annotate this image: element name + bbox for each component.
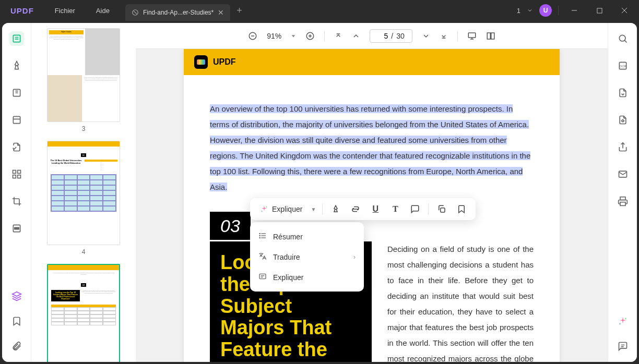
- thumbnail-panel[interactable]: Higher Studies Lorem ipsum dolor sit ame…: [31, 23, 136, 362]
- ai-dropdown-toggle[interactable]: ▼: [309, 207, 318, 212]
- compress-icon[interactable]: [616, 113, 630, 127]
- svg-marker-21: [292, 35, 295, 37]
- chevron-down-icon[interactable]: [527, 7, 533, 14]
- ai-explain-button[interactable]: Expliquer: [255, 204, 306, 214]
- document-tab[interactable]: Find-and-Ap...er-Studies* ✕: [125, 4, 230, 21]
- bookmark-icon[interactable]: [9, 314, 24, 329]
- menu-item-label: Traduire: [273, 253, 300, 261]
- bookmark-selection-button[interactable]: [453, 200, 470, 218]
- menu-file[interactable]: Fichier: [44, 0, 86, 21]
- svg-rect-13: [17, 171, 20, 174]
- brand-logo-icon: [194, 55, 208, 69]
- last-page-button[interactable]: [440, 32, 448, 40]
- page-input[interactable]: [377, 32, 388, 40]
- ai-summarize-item[interactable]: Résumer: [250, 226, 364, 247]
- svg-point-39: [259, 237, 260, 238]
- explain-icon: [258, 272, 267, 282]
- comment-button[interactable]: [406, 200, 424, 218]
- first-page-button[interactable]: [334, 32, 342, 40]
- view-mode-icon[interactable]: [486, 31, 495, 41]
- ai-sparkle-icon: [259, 204, 269, 214]
- edit-page-icon[interactable]: [9, 140, 24, 154]
- svg-rect-31: [491, 33, 494, 39]
- ai-assistant-icon[interactable]: [616, 314, 630, 329]
- tab-title: Find-and-Ap...er-Studies*: [143, 9, 214, 16]
- ai-dropdown-menu: Résumer Traduire › Expliquer: [250, 222, 364, 292]
- add-tab-button[interactable]: +: [236, 5, 242, 16]
- chevron-right-icon: ›: [353, 253, 356, 261]
- comments-panel-icon[interactable]: [616, 339, 630, 354]
- page-indicator[interactable]: / 30: [370, 29, 412, 43]
- svg-rect-17: [14, 227, 18, 229]
- zoom-in-button[interactable]: [305, 31, 315, 41]
- svg-point-38: [259, 235, 260, 236]
- right-tool-rail: OCR: [608, 23, 637, 362]
- redact-icon[interactable]: [9, 221, 24, 236]
- thumb-label: 4: [42, 248, 125, 256]
- doc-header: UPDF: [184, 49, 560, 75]
- thumbnail-page-5[interactable]: An overview of the top universities has …: [42, 264, 125, 362]
- form-icon[interactable]: [9, 113, 24, 127]
- prev-page-button[interactable]: [352, 32, 360, 40]
- organize-icon[interactable]: [9, 167, 24, 181]
- text-style-button[interactable]: T: [386, 200, 404, 218]
- svg-rect-50: [620, 197, 625, 200]
- left-tool-rail: [2, 23, 31, 362]
- menu-help[interactable]: Aide: [86, 0, 120, 21]
- email-icon[interactable]: [616, 167, 630, 181]
- workspace-count[interactable]: 1: [517, 7, 520, 15]
- ai-translate-item[interactable]: Traduire ›: [250, 247, 364, 267]
- highlight-button[interactable]: [327, 200, 345, 218]
- zoom-out-button[interactable]: [248, 31, 257, 41]
- convert-icon[interactable]: [616, 86, 630, 100]
- attachment-icon[interactable]: [9, 339, 24, 354]
- copy-button[interactable]: [433, 200, 451, 218]
- crop-icon[interactable]: [9, 194, 24, 209]
- share-icon[interactable]: [616, 140, 630, 154]
- edit-text-icon[interactable]: [9, 86, 24, 100]
- titlebar: UPDF Fichier Aide Find-and-Ap...er-Studi…: [0, 0, 639, 21]
- selection-toolbar: Expliquer ▼ U T: [250, 198, 476, 220]
- svg-rect-27: [468, 33, 476, 38]
- menu-item-label: Expliquer: [273, 273, 303, 282]
- menu-item-label: Résumer: [273, 233, 303, 241]
- next-page-button[interactable]: [422, 32, 430, 40]
- close-button[interactable]: [615, 0, 634, 21]
- reader-mode-icon[interactable]: [9, 31, 24, 46]
- maximize-button[interactable]: [590, 0, 609, 21]
- presentation-icon[interactable]: [467, 31, 477, 41]
- svg-rect-49: [620, 202, 625, 206]
- section-body-text: Deciding on a field of study is one of t…: [387, 241, 534, 362]
- svg-line-44: [624, 40, 626, 42]
- svg-rect-30: [487, 33, 490, 39]
- brand-text: UPDF: [213, 57, 236, 67]
- svg-point-37: [259, 233, 260, 234]
- search-icon[interactable]: [616, 31, 630, 46]
- svg-rect-10: [13, 116, 20, 123]
- thumbnail-page-4[interactable]: 02 The 10 Best Global Universities Leadi…: [42, 141, 125, 256]
- svg-rect-14: [13, 175, 16, 178]
- svg-rect-12: [13, 171, 16, 174]
- svg-text:OCR: OCR: [619, 65, 626, 68]
- strikethrough-button[interactable]: [347, 200, 364, 218]
- svg-line-1: [134, 11, 137, 14]
- ocr-icon[interactable]: OCR: [616, 58, 630, 73]
- list-icon: [258, 232, 267, 241]
- thumb-label: 3: [42, 125, 125, 132]
- layers-icon[interactable]: [9, 289, 24, 304]
- svg-rect-33: [441, 208, 445, 212]
- zoom-dropdown[interactable]: [291, 33, 296, 39]
- underline-button[interactable]: U: [366, 200, 384, 218]
- ai-explain-item[interactable]: Expliquer: [250, 267, 364, 287]
- user-avatar[interactable]: U: [539, 4, 552, 17]
- selected-text[interactable]: An overview of the top 100 universities …: [210, 104, 530, 191]
- svg-rect-40: [259, 274, 266, 278]
- minimize-button[interactable]: [565, 0, 584, 21]
- highlighter-icon[interactable]: [9, 58, 24, 73]
- print-icon[interactable]: [616, 194, 630, 209]
- app-logo: UPDF: [0, 6, 44, 15]
- document-toolbar: 91% / 30: [136, 23, 608, 49]
- ai-button-label: Expliquer: [272, 205, 302, 213]
- thumbnail-page-3[interactable]: Higher Studies Lorem ipsum dolor sit ame…: [42, 28, 125, 132]
- tab-close-icon[interactable]: ✕: [218, 8, 224, 17]
